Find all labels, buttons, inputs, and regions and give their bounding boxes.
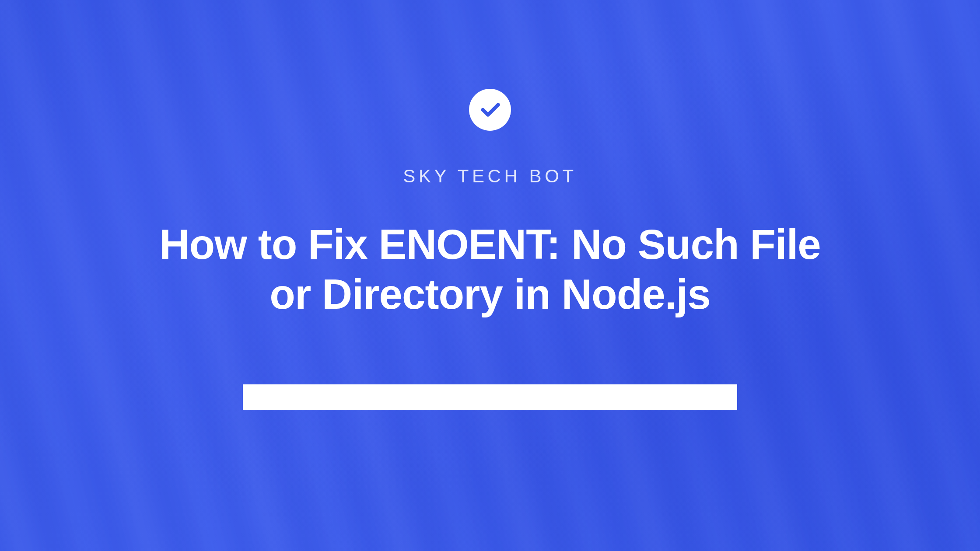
decorative-underline: [243, 384, 737, 410]
article-title: How to Fix ENOENT: No Such File or Direc…: [140, 220, 840, 319]
site-name-eyebrow: SKY TECH BOT: [403, 166, 577, 187]
checkmark-icon: [478, 98, 502, 122]
hero-content: SKY TECH BOT How to Fix ENOENT: No Such …: [0, 0, 980, 551]
checkmark-badge-icon: [469, 89, 511, 131]
